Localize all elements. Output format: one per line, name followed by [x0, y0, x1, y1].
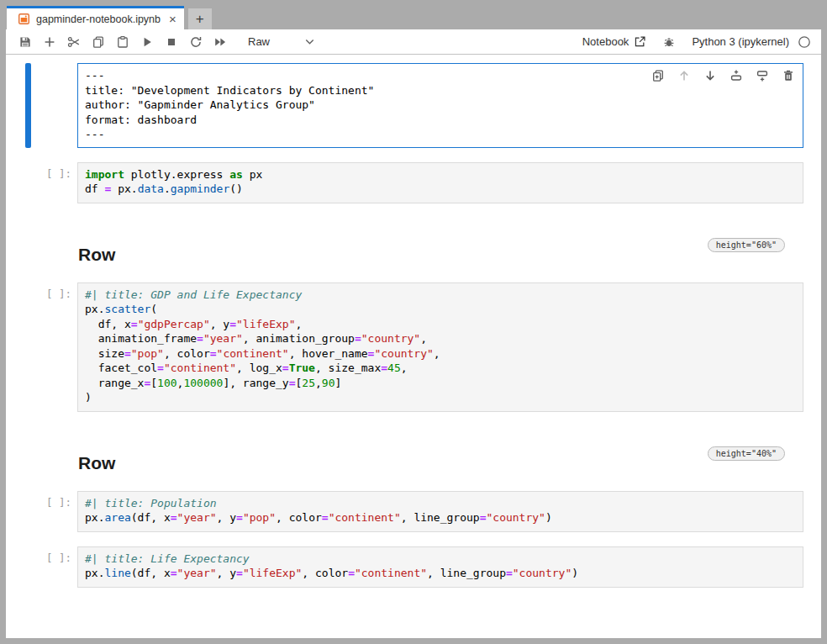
- token-prop: data: [138, 182, 164, 195]
- insert-cell-below-button[interactable]: [756, 69, 769, 82]
- cell-input-prompt: [ ]:: [31, 546, 77, 588]
- cell-collapser[interactable]: [25, 546, 31, 588]
- cell-collapser[interactable]: [25, 63, 31, 148]
- code-line: #| title: Life Expectancy: [85, 552, 796, 567]
- code-cell: [ ]:#| title: GDP and Life Expectancypx.…: [25, 282, 803, 412]
- rendered-markdown[interactable]: Rowheight="60%": [77, 218, 803, 268]
- interrupt-kernel-button[interactable]: [165, 35, 178, 49]
- cut-cells-button[interactable]: [67, 35, 81, 49]
- close-tab-icon[interactable]: ×: [169, 13, 176, 25]
- code-line: author: "Gapminder Analytics Group": [85, 98, 796, 113]
- save-button[interactable]: [18, 35, 32, 49]
- insert-cell-above-button[interactable]: [730, 69, 743, 82]
- cell-collapser[interactable]: [25, 282, 31, 412]
- token-str: "continent": [164, 362, 236, 374]
- token-op: =: [289, 377, 296, 389]
- token-kw: import: [85, 168, 124, 181]
- code-line: size="pop", color="continent", hover_nam…: [85, 346, 796, 362]
- cell-editor[interactable]: ---title: "Development Indicators by Con…: [77, 63, 803, 148]
- token-pl: ], range_y: [223, 377, 288, 389]
- token-kw: as: [229, 168, 243, 181]
- paste-cells-button[interactable]: [116, 35, 129, 49]
- height-attribute-badge: height="40%": [708, 446, 785, 461]
- duplicate-cell-button[interactable]: [651, 69, 665, 82]
- code-line: format: dashboard: [85, 113, 796, 128]
- raw-cell: ---title: "Development Indicators by Con…: [25, 63, 803, 148]
- cell-collapser[interactable]: [25, 491, 31, 532]
- run-cell-button[interactable]: [140, 35, 154, 49]
- cell-editor[interactable]: #| title: Populationpx.area(df, x="year"…: [77, 491, 803, 532]
- code-cell: [ ]:#| title: Life Expectancypx.line(df,…: [25, 546, 803, 588]
- token-pl: , y: [210, 318, 229, 330]
- cell-collapser[interactable]: [25, 218, 31, 268]
- external-link-icon: [634, 35, 646, 48]
- debugger-button[interactable]: [662, 35, 676, 49]
- code-line: animation_frame="year", animation_group=…: [85, 331, 796, 346]
- save-icon: [18, 35, 32, 49]
- token-pl: ,: [295, 318, 302, 330]
- token-op: =: [229, 318, 236, 330]
- cell-editor[interactable]: #| title: Life Expectancypx.line(df, x="…: [77, 546, 803, 588]
- token-str: "lifeExp": [243, 567, 302, 579]
- kernel-idle-circle-icon[interactable]: [798, 35, 811, 49]
- restart-kernel-button[interactable]: [189, 35, 203, 49]
- token-pl: ): [85, 391, 92, 404]
- cell-collapser[interactable]: [25, 162, 31, 203]
- tab-bar: gapminder-notebook.ipynb × +: [6, 6, 821, 29]
- run-icon: [140, 35, 154, 49]
- notebook-content: ---title: "Development Indicators by Con…: [6, 55, 821, 638]
- token-pl: (): [229, 182, 243, 195]
- token-op: =: [236, 567, 243, 579]
- copy-cells-button[interactable]: [92, 35, 105, 49]
- insert-cell-button[interactable]: [43, 35, 56, 49]
- toolbar-button-group: [18, 35, 238, 49]
- row-heading: Row: [78, 453, 803, 473]
- token-pl: animation_frame: [85, 332, 197, 345]
- code-line: facet_col="continent", log_x=True, size_…: [85, 361, 796, 376]
- code-line: import plotly.express as px: [85, 167, 796, 182]
- token-str: "pop": [243, 511, 276, 524]
- new-tab-button[interactable]: +: [188, 8, 212, 29]
- token-pl: ]: [334, 377, 341, 389]
- token-prop: area: [104, 511, 130, 524]
- token-pl: ): [572, 567, 578, 579]
- row-heading: Row: [78, 245, 803, 265]
- tab-title: gapminder-notebook.ipynb: [36, 13, 161, 25]
- token-kw: True: [289, 362, 315, 374]
- cell-collapser[interactable]: [25, 426, 31, 477]
- token-pl: px.: [111, 182, 137, 195]
- token-str: "country": [513, 567, 572, 579]
- token-prop: scatter: [104, 303, 150, 315]
- token-num: 45: [387, 362, 401, 374]
- cell-input-prompt: [31, 63, 77, 148]
- token-op: =: [124, 347, 131, 360]
- token-pl: df: [85, 182, 104, 195]
- cell-type-dropdown[interactable]: Raw: [248, 35, 316, 48]
- token-str: "gdpPercap": [138, 318, 210, 330]
- token-pl: , line_group: [401, 511, 480, 524]
- code-line: title: "Development Indicators by Contin…: [85, 83, 796, 98]
- cell-editor[interactable]: import plotly.express as pxdf = px.data.…: [77, 162, 803, 203]
- kernel-name[interactable]: Python 3 (ipykernel): [692, 35, 789, 48]
- token-pl: px: [243, 168, 262, 181]
- fast-forward-icon: [213, 35, 227, 49]
- token-pl: ,: [434, 347, 440, 360]
- code-line: ---: [85, 127, 796, 142]
- tab-gapminder-notebook[interactable]: gapminder-notebook.ipynb ×: [7, 6, 184, 29]
- delete-cell-button[interactable]: [782, 69, 795, 82]
- notebook-view-button[interactable]: Notebook: [582, 35, 647, 48]
- notebook-toolbar: Raw Notebook Python 3 (ipykernel): [6, 29, 821, 55]
- move-cell-down-button[interactable]: [703, 69, 717, 82]
- cell-editor[interactable]: #| title: GDP and Life Expectancypx.scat…: [77, 282, 803, 412]
- insert-above-icon: [730, 69, 743, 82]
- code-cell: [ ]:import plotly.express as pxdf = px.d…: [25, 162, 803, 203]
- restart-run-all-button[interactable]: [213, 35, 227, 49]
- token-op: =: [322, 511, 329, 524]
- token-op: =: [348, 567, 355, 579]
- chevron-down-icon: [303, 35, 316, 48]
- cell-type-value: Raw: [248, 35, 270, 48]
- copy-icon: [92, 35, 105, 49]
- code-cell: [ ]:#| title: Populationpx.area(df, x="y…: [25, 491, 803, 532]
- rendered-markdown[interactable]: Rowheight="40%": [77, 426, 803, 477]
- arrow-down-icon: [703, 69, 717, 82]
